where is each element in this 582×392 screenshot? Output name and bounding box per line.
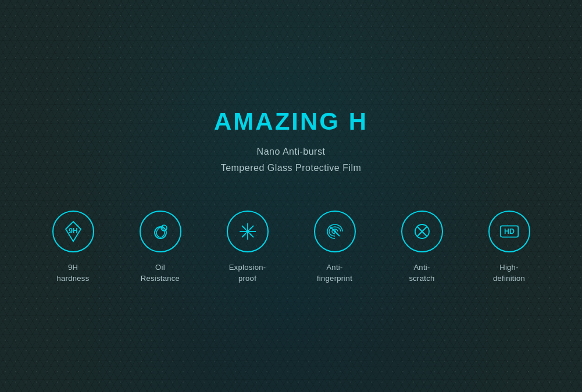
title-section: AMAZING H Nano Anti-burst Tempered Glass… bbox=[214, 108, 368, 175]
features-section: 9H 9H hardness Oil Resistanc bbox=[44, 211, 538, 284]
anti-fingerprint-icon-circle bbox=[314, 211, 356, 252]
subtitle-line1: Nano Anti-burst bbox=[257, 147, 326, 156]
explosion-proof-icon bbox=[235, 219, 260, 244]
9h-hardness-label: 9H hardness bbox=[57, 262, 90, 284]
anti-fingerprint-label: Anti- fingerprint bbox=[317, 262, 352, 284]
svg-point-12 bbox=[246, 230, 249, 233]
svg-line-9 bbox=[249, 233, 253, 237]
svg-line-11 bbox=[242, 233, 246, 237]
feature-anti-fingerprint: Anti- fingerprint bbox=[306, 211, 364, 284]
svg-text:9H: 9H bbox=[69, 227, 77, 235]
subtitle-line2: Tempered Glass Protective Film bbox=[221, 163, 362, 173]
feature-high-definition: HD High- definition bbox=[480, 211, 538, 284]
anti-scratch-icon-circle bbox=[401, 211, 443, 252]
anti-scratch-icon bbox=[409, 219, 435, 244]
oil-resistance-icon bbox=[148, 219, 173, 244]
anti-scratch-label: Anti- scratch bbox=[409, 262, 434, 284]
svg-line-10 bbox=[249, 226, 253, 230]
feature-explosion-proof: Explosion- proof bbox=[219, 211, 277, 284]
feature-oil-resistance: Oil Resistance bbox=[131, 211, 190, 284]
high-definition-icon-circle: HD bbox=[488, 211, 530, 252]
feature-9h-hardness: 9H 9H hardness bbox=[44, 211, 102, 284]
main-container: AMAZING H Nano Anti-burst Tempered Glass… bbox=[44, 108, 538, 284]
high-definition-label: High- definition bbox=[493, 262, 525, 284]
subtitle: Nano Anti-burst Tempered Glass Protectiv… bbox=[214, 144, 368, 175]
explosion-proof-label: Explosion- proof bbox=[229, 262, 266, 284]
explosion-proof-icon-circle bbox=[227, 211, 269, 252]
oil-resistance-label: Oil Resistance bbox=[141, 262, 180, 284]
9h-hardness-icon: 9H bbox=[61, 219, 85, 244]
9h-hardness-icon-circle: 9H bbox=[52, 211, 94, 252]
high-definition-icon: HD bbox=[497, 219, 522, 244]
feature-anti-scratch: Anti- scratch bbox=[393, 211, 451, 284]
svg-text:HD: HD bbox=[504, 227, 515, 236]
anti-fingerprint-icon bbox=[322, 219, 348, 244]
svg-line-8 bbox=[242, 226, 246, 230]
oil-resistance-icon-circle bbox=[140, 211, 181, 252]
page-title: AMAZING H bbox=[214, 108, 368, 136]
